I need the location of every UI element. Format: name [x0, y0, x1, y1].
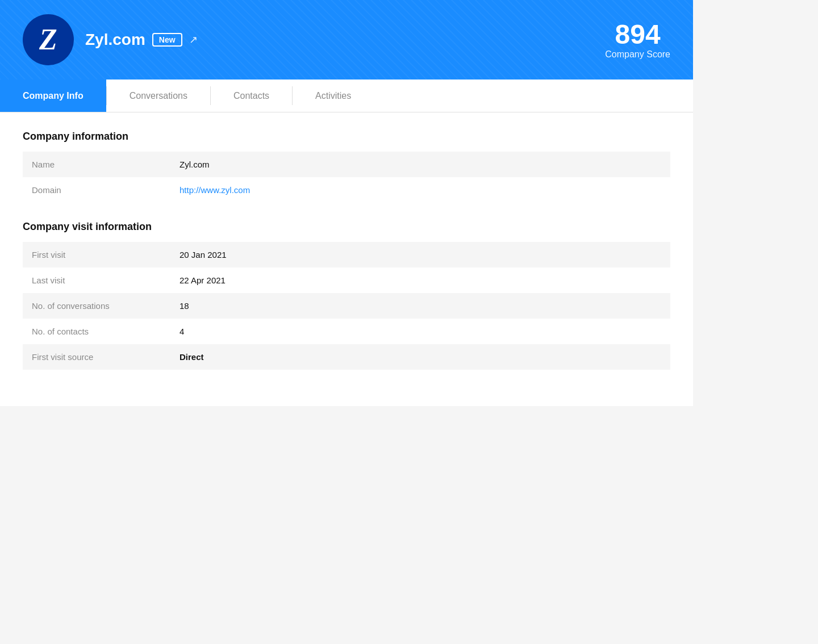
tabs-bar: Company Info Conversations Contacts Acti…	[0, 80, 693, 112]
field-value-first-visit: 20 Jan 2021	[170, 242, 670, 267]
table-row: No. of contacts 4	[23, 319, 670, 344]
score-number: 894	[605, 20, 670, 50]
field-label-num-conversations: No. of conversations	[23, 293, 170, 319]
visit-information-table: First visit 20 Jan 2021 Last visit 22 Ap…	[23, 242, 670, 370]
field-value-last-visit: 22 Apr 2021	[170, 267, 670, 293]
company-information-title: Company information	[23, 131, 670, 143]
company-information-table: Name Zyl.com Domain http://www.zyl.com	[23, 152, 670, 203]
field-value-name: Zyl.com	[170, 152, 670, 177]
company-name: Zyl.com	[85, 31, 145, 49]
external-link-icon[interactable]: ↗	[189, 34, 198, 46]
field-label-first-visit-source: First visit source	[23, 344, 170, 370]
field-label-name: Name	[23, 152, 170, 177]
domain-link[interactable]: http://www.zyl.com	[180, 185, 250, 195]
table-row: Domain http://www.zyl.com	[23, 177, 670, 203]
tab-conversations[interactable]: Conversations	[107, 80, 210, 112]
company-score-block: 894 Company Score	[605, 20, 670, 60]
field-label-last-visit: Last visit	[23, 267, 170, 293]
field-label-num-contacts: No. of contacts	[23, 319, 170, 344]
table-row: Last visit 22 Apr 2021	[23, 267, 670, 293]
field-label-domain: Domain	[23, 177, 170, 203]
table-row: Name Zyl.com	[23, 152, 670, 177]
field-label-first-visit: First visit	[23, 242, 170, 267]
visit-information-title: Company visit information	[23, 221, 670, 233]
tab-contacts[interactable]: Contacts	[211, 80, 292, 112]
field-value-first-visit-source: Direct	[170, 344, 670, 370]
field-value-num-contacts: 4	[170, 319, 670, 344]
page-header: Z Zyl.com New ↗ 894 Company Score	[0, 0, 693, 80]
main-content: Company information Name Zyl.com Domain …	[0, 112, 693, 406]
score-label: Company Score	[605, 49, 670, 60]
header-left: Z Zyl.com New ↗	[23, 14, 198, 65]
new-badge: New	[152, 33, 182, 47]
company-name-group: Zyl.com New ↗	[85, 31, 198, 49]
field-value-domain: http://www.zyl.com	[170, 177, 670, 203]
field-value-num-conversations: 18	[170, 293, 670, 319]
logo-letter: Z	[39, 25, 57, 55]
tab-company-info[interactable]: Company Info	[0, 80, 106, 112]
table-row: No. of conversations 18	[23, 293, 670, 319]
company-logo: Z	[23, 14, 74, 65]
tab-activities[interactable]: Activities	[293, 80, 374, 112]
table-row: First visit 20 Jan 2021	[23, 242, 670, 267]
table-row: First visit source Direct	[23, 344, 670, 370]
